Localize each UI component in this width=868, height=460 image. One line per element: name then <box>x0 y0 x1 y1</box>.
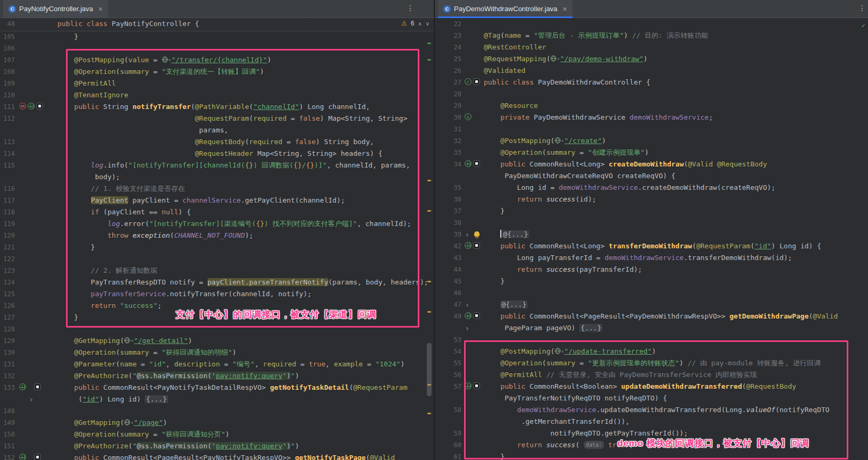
code-line-row[interactable]: 49 public CommonResult<PageResult<PayDem… <box>435 311 868 322</box>
warning-stripe-mark[interactable] <box>427 311 431 313</box>
line-number[interactable]: 105 <box>0 31 15 43</box>
code-line-row[interactable]: 29 @Resource <box>435 100 868 112</box>
code-line-row[interactable]: 119 log.error("[notifyTransfer][渠道编号({})… <box>0 218 434 230</box>
chevron-down-icon[interactable]: ∨ <box>131 339 133 343</box>
code-line-row[interactable]: body); <box>0 171 434 183</box>
code-line-row[interactable]: 58 demoWithdrawService.updateDemoWithdra… <box>435 404 868 416</box>
line-number[interactable]: 120 <box>0 230 15 241</box>
code-line[interactable]: return success(id); <box>484 194 596 205</box>
code-line[interactable]: PayClient payClient = channelService.get… <box>57 195 345 206</box>
line-number[interactable]: 44 <box>435 264 461 275</box>
code-line-row[interactable]: 151 @PreAuthorize("@ss.hasPermission('pa… <box>0 440 434 452</box>
line-number[interactable]: 112 <box>0 113 15 124</box>
line-number[interactable]: 56 <box>435 369 461 381</box>
code-line-row[interactable]: .getMerchantTransferId()), <box>435 416 868 428</box>
code-line[interactable]: @PreAuthorize("@ss.hasPermission('pay:no… <box>57 440 299 452</box>
code-line-row[interactable]: params, <box>0 124 434 136</box>
fold-arrow-icon[interactable]: › <box>466 322 469 334</box>
line-number[interactable]: 34 <box>435 158 461 170</box>
code-line-row[interactable]: 23@Tag(name = "管理后台 - 示例提现订单") // 目的: 演示… <box>435 30 868 41</box>
line-number[interactable]: 28 <box>435 88 461 100</box>
line-number[interactable]: 127 <box>0 312 15 323</box>
code-line-row[interactable]: 35 Long id = demoWithdrawService.createD… <box>435 182 868 194</box>
run-http-client-icon[interactable] <box>34 383 41 390</box>
code-line[interactable]: } <box>484 205 505 217</box>
line-number[interactable]: 126 <box>0 300 15 312</box>
line-number[interactable]: 47 <box>435 299 461 311</box>
icon-spacer[interactable] <box>28 454 32 460</box>
warning-stripe-mark[interactable] <box>427 210 431 212</box>
code-line-row[interactable]: 61 } <box>435 451 868 460</box>
code-line-row[interactable]: 39› @{...} <box>435 229 868 240</box>
code-line[interactable]: return success( data: true); <box>484 439 633 451</box>
line-number[interactable]: 131 <box>0 358 15 370</box>
line-number[interactable]: 38 <box>435 217 461 229</box>
line-number[interactable]: 108 <box>0 66 15 78</box>
code-line[interactable]: PayDemoWithdrawCreateReqVO createReqVO) … <box>484 170 675 182</box>
code-line[interactable]: Long id = demoWithdrawService.createDemo… <box>484 182 775 194</box>
code-line-row[interactable]: 107 @PostMapping(value = ∨"/transfer/{ch… <box>0 54 434 66</box>
chevron-down-icon[interactable]: ∨ <box>561 139 564 143</box>
run-http-client-icon[interactable] <box>36 103 43 110</box>
code-line[interactable]: @GetMapping(∨"/get-detail") <box>57 335 192 347</box>
code-line-row[interactable]: 36 return success(id); <box>435 194 868 205</box>
code-line-row[interactable]: 54 @PostMapping(∨"/update-transferred") <box>435 346 868 357</box>
code-line-row[interactable]: 37 } <box>435 205 868 217</box>
code-line-row[interactable]: 26@Validated <box>435 65 868 77</box>
code-line[interactable]: @Operation(summary = "创建示例提现单") <box>484 147 649 158</box>
code-line-row[interactable]: 25@RequestMapping(∨"/pay/demo-withdraw") <box>435 53 868 65</box>
folded-code-chip[interactable]: {...} <box>145 395 168 403</box>
code-line[interactable]: params, <box>57 124 228 136</box>
line-number[interactable]: 123 <box>0 265 15 277</box>
code-line-row[interactable]: 117 PayClient payClient = channelService… <box>0 195 434 206</box>
code-line[interactable]: return "success"; <box>57 300 162 312</box>
code-line-row[interactable]: 38 <box>435 217 868 229</box>
prev-warning-icon[interactable]: ∧ <box>418 21 421 27</box>
code-line-row[interactable]: 27✓public class PayDemoWithdrawControlle… <box>435 77 868 88</box>
code-line[interactable]: log.error("[notifyTransfer][渠道编号({}) 找不到… <box>57 218 411 230</box>
line-number[interactable]: 60 <box>435 439 461 451</box>
code-line-row[interactable]: 105 } <box>0 31 434 43</box>
chevron-down-icon[interactable]: ∨ <box>131 421 133 425</box>
chevron-down-icon[interactable]: ∨ <box>169 58 171 62</box>
code-line[interactable]: PageParam pageVO) {...} <box>484 322 602 334</box>
folded-code-chip[interactable]: @{...} <box>502 230 529 238</box>
code-line-row[interactable]: 123 // 2. 解析通知数据 <box>0 265 434 277</box>
intention-bulb-icon[interactable] <box>474 231 480 237</box>
code-line-row[interactable]: 114 @RequestHeader Map<String, String> h… <box>0 148 434 160</box>
line-number[interactable]: 53 <box>435 334 461 346</box>
fold-arrow-icon[interactable]: › <box>466 229 469 240</box>
run-http-client-icon[interactable] <box>34 454 41 460</box>
code-line-row[interactable]: 122 <box>0 253 434 265</box>
line-number[interactable]: 132 <box>0 370 15 382</box>
code-line[interactable]: public CommonResult<Boolean> updateDemoW… <box>484 381 796 392</box>
fold-arrow-icon[interactable]: › <box>466 299 469 311</box>
chevron-down-icon[interactable]: ∨ <box>557 57 559 61</box>
code-line-row[interactable]: 28 <box>435 88 868 100</box>
code-line-row[interactable]: 106 <box>0 43 434 54</box>
code-line[interactable]: @Operation(summary = "获得回调通知的明细") <box>57 347 236 358</box>
line-number[interactable]: 151 <box>0 440 15 452</box>
line-number[interactable]: 125 <box>0 288 15 300</box>
code-line[interactable]: public CommonResult<Long> createDemoWith… <box>484 158 767 170</box>
code-line[interactable]: @Operation(summary = "支付渠道的统一【转账】回调") <box>57 66 264 78</box>
code-line[interactable]: if (payClient == null) { <box>57 206 191 218</box>
code-line[interactable]: @RequestBody(required = false) String bo… <box>57 136 374 148</box>
code-line[interactable]: public class PayDemoWithdrawController { <box>484 77 650 88</box>
tab-paydemowithdrawcontroller[interactable]: C PayDemoWithdrawController.java × <box>438 0 573 18</box>
line-number[interactable]: 49 <box>435 311 461 322</box>
line-number[interactable]: 150 <box>0 429 15 440</box>
icon-spacer[interactable] <box>28 383 32 390</box>
line-number[interactable]: 121 <box>0 241 15 253</box>
code-line[interactable]: public CommonResult<PageResult<PayDemoWi… <box>484 311 838 322</box>
code-line-row[interactable]: 43 Long payTransferId = demoWithdrawServ… <box>435 252 868 264</box>
code-line[interactable]: @Validated <box>484 65 525 77</box>
line-number[interactable]: 35 <box>435 182 461 194</box>
code-line[interactable]: log.info("[notifyTransfer][channelId({})… <box>57 160 410 171</box>
code-line-row[interactable]: 47› @{...} <box>435 299 868 311</box>
code-line[interactable]: public CommonResult<PayNotifyTaskDetailR… <box>57 382 407 394</box>
line-number[interactable]: 45 <box>435 275 461 287</box>
endpoint-globe-icon[interactable] <box>465 160 472 167</box>
code-line-row[interactable]: 130 @Operation(summary = "获得回调通知的明细") <box>0 347 434 358</box>
code-line[interactable]: } <box>57 241 95 253</box>
